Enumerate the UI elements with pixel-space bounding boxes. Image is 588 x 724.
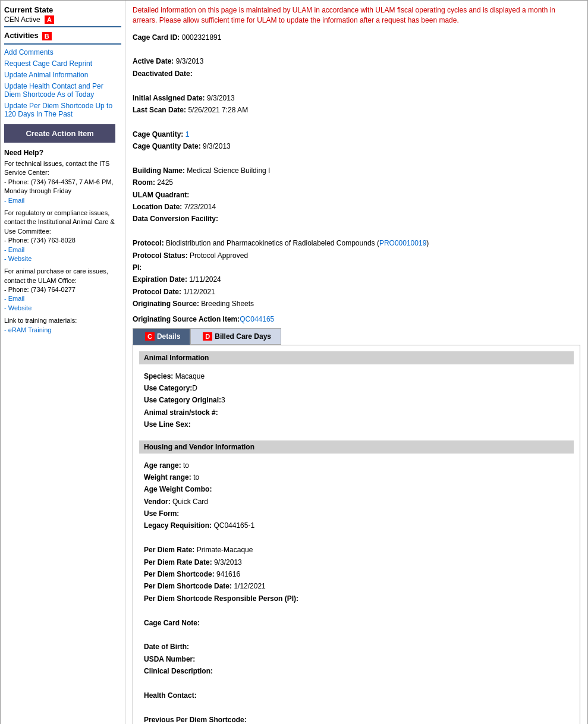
cage-card-note-label: Cage Card Note: [144, 619, 200, 627]
weight-range-label: Weight range: [144, 473, 191, 481]
cage-card-id-value: 0002321891 [182, 33, 222, 42]
tab-billed-badge: D [203, 332, 212, 341]
cen-badge: A [45, 15, 54, 24]
training-link[interactable]: - eRAM Training [4, 326, 51, 333]
animal-strain-label: Animal strain/stock #: [144, 408, 218, 417]
protocol-date-value: 1/12/2021 [183, 288, 215, 296]
divider-1 [4, 26, 121, 27]
cage-qty-date-value: 9/3/2013 [203, 142, 231, 150]
action-item-line: Originating Source Action Item:QC044165 [133, 315, 580, 323]
cen-active-row: CEN Active A [4, 15, 121, 24]
originating-source-value: Breeding Sheets [201, 300, 254, 308]
cage-qty-date-label: Cage Quantity Date: [133, 142, 201, 150]
tab-details-content: Animal Information Species: Macaque Use … [133, 345, 580, 724]
sidebar-link-update-animal[interactable]: Update Animal Information [4, 71, 121, 79]
animal-info-block: Animal Information Species: Macaque Use … [139, 351, 574, 433]
prev-per-diem-label: Previous Per Diem Shortcode: [144, 716, 247, 724]
originating-source-label: Originating Source: [133, 300, 199, 308]
location-date-label: Location Date: [133, 203, 182, 211]
weight-range-value: to [193, 473, 199, 481]
vendor-label: Vendor: [144, 498, 171, 506]
create-action-button[interactable]: Create Action Item [4, 124, 115, 143]
building-name-label: Building Name: [133, 166, 185, 175]
help-animal-email[interactable]: - Email [4, 295, 24, 302]
health-contact-label: Health Contact: [144, 691, 197, 700]
per-diem-shortcode-value: 941616 [216, 570, 240, 578]
sidebar-link-add-comments[interactable]: Add Comments [4, 48, 121, 56]
sidebar-link-cage-reprint[interactable]: Request Cage Card Reprint [4, 59, 121, 68]
use-category-label: Use Category: [144, 384, 192, 392]
age-range-label: Age range: [144, 461, 181, 470]
animal-info-header: Animal Information [139, 351, 574, 364]
activities-title: Activities [4, 31, 39, 40]
originating-action-link[interactable]: QC044165 [240, 315, 274, 323]
warning-text: Detailed information on this page is mai… [133, 5, 580, 26]
animal-info-body: Species: Macaque Use Category:D Use Cate… [139, 368, 574, 433]
cage-qty-label: Cage Quantity: [133, 130, 183, 138]
initial-assigned-value: 9/3/2013 [207, 94, 235, 102]
sidebar: Current State CEN Active A Activities B … [1, 1, 125, 724]
per-diem-rate-date-label: Per Diem Rate Date: [144, 558, 212, 566]
activities-badge: B [42, 32, 52, 40]
use-category-original-label: Use Category Original: [144, 396, 221, 404]
last-scan-value: 5/26/2021 7:28 AM [188, 106, 248, 114]
expiration-date-value: 1/11/2024 [189, 275, 221, 284]
tab-billed-care-days[interactable]: DBilled Care Days [190, 328, 281, 345]
help-animal-text: For animal purchase or care issues, cont… [4, 267, 121, 313]
per-diem-shortcode-date-value: 1/12/2021 [234, 582, 265, 590]
use-line-sex-label: Use Line Sex: [144, 420, 191, 429]
per-diem-shortcode-label: Per Diem Shortcode: [144, 570, 215, 578]
main-content: Detailed information on this page is mai… [125, 1, 587, 724]
help-section: Need Help? For technical issues, contact… [4, 149, 121, 335]
species-value: Macaque [175, 372, 205, 380]
tabs-container: CDetails DBilled Care Days [133, 328, 580, 345]
help-animal-website[interactable]: - Website [4, 304, 32, 311]
tab-details[interactable]: CDetails [133, 328, 190, 345]
sidebar-link-update-per-diem[interactable]: Update Per Diem Shortcode Up to 120 Days… [4, 102, 121, 118]
help-its-email[interactable]: - Email [4, 197, 24, 204]
protocol-link[interactable]: PRO00010019 [379, 239, 426, 247]
expiration-date-label: Expiration Date: [133, 275, 187, 284]
age-range-value: to [183, 461, 189, 470]
help-regulatory-text: For regulatory or compliance issues, con… [4, 209, 121, 263]
legacy-req-value: QC044165-1 [213, 521, 254, 530]
sidebar-link-update-health[interactable]: Update Health Contact and Per Diem Short… [4, 82, 121, 99]
tab-details-badge: C [145, 332, 155, 341]
current-state-title: Current State [4, 5, 121, 14]
legacy-req-label: Legacy Requisition: [144, 521, 212, 530]
protocol-date-label: Protocol Date: [133, 288, 181, 296]
protocol-status-label: Protocol Status: [133, 251, 188, 260]
housing-vendor-block: Housing and Vendor Information Age range… [139, 440, 574, 724]
dob-label: Date of Birth: [144, 643, 189, 651]
initial-assigned-label: Initial Assigned Date: [133, 94, 205, 102]
help-title: Need Help? [4, 149, 121, 157]
originating-action-label: Originating Source Action Item: [133, 315, 240, 323]
room-label: Room: [133, 178, 155, 187]
protocol-status-value: Protocol Approved [190, 251, 248, 260]
deactivated-date-label: Deactivated Date: [133, 70, 193, 78]
pi-label: PI: [133, 263, 142, 272]
cen-active-label: CEN Active [4, 15, 40, 24]
vendor-value: Quick Card [172, 498, 208, 506]
ulam-quadrant-label: ULAM Quadrant: [133, 191, 189, 199]
use-form-label: Use Form: [144, 509, 179, 518]
protocol-label: Protocol: [133, 239, 164, 247]
per-diem-pi-label: Per Diem Shortcode Responsible Person (P… [144, 594, 298, 603]
protocol-value: Biodistribution and Pharmacokinetics of … [166, 239, 375, 247]
help-regulatory-email[interactable]: - Email [4, 246, 24, 253]
use-category-original-value: 3 [221, 396, 225, 404]
divider-2 [4, 43, 121, 45]
usda-label: USDA Number: [144, 655, 195, 663]
cage-qty-link[interactable]: 1 [185, 130, 190, 138]
training-text: Link to training materials: - eRAM Train… [4, 316, 121, 335]
per-diem-rate-date-value: 9/3/2013 [214, 558, 242, 566]
use-category-value: D [192, 384, 197, 392]
help-its-text: For technical issues, contact the ITS Se… [4, 159, 121, 205]
room-value: 2425 [157, 178, 173, 187]
clinical-desc-label: Clinical Description: [144, 667, 213, 675]
cage-card-info: Cage Card ID: 0002321891 Active Date: 9/… [133, 32, 580, 310]
building-name-value: Medical Science Building I [187, 166, 270, 175]
age-weight-combo-label: Age Weight Combo: [144, 485, 212, 493]
help-regulatory-website[interactable]: - Website [4, 255, 32, 262]
housing-vendor-body: Age range: to Weight range: to Age Weigh… [139, 457, 574, 724]
